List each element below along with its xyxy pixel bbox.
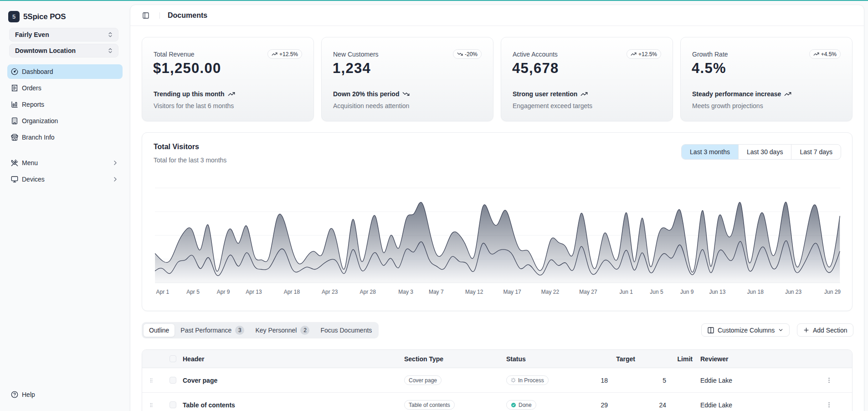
svg-text:May 7: May 7 bbox=[429, 289, 444, 295]
svg-text:Apr 5: Apr 5 bbox=[186, 289, 200, 295]
svg-text:Jun 5: Jun 5 bbox=[650, 289, 663, 295]
svg-text:May 22: May 22 bbox=[541, 289, 560, 295]
svg-text:Apr 9: Apr 9 bbox=[217, 289, 230, 295]
svg-text:May 17: May 17 bbox=[503, 289, 521, 295]
svg-text:Apr 23: Apr 23 bbox=[322, 289, 338, 295]
svg-text:Jun 9: Jun 9 bbox=[680, 289, 694, 295]
svg-text:Apr 1: Apr 1 bbox=[156, 289, 169, 295]
svg-text:Apr 28: Apr 28 bbox=[360, 289, 376, 295]
svg-text:Jun 13: Jun 13 bbox=[709, 289, 725, 295]
svg-text:Jun 18: Jun 18 bbox=[747, 289, 764, 295]
svg-text:Apr 18: Apr 18 bbox=[284, 289, 300, 295]
svg-text:May 12: May 12 bbox=[465, 289, 483, 295]
svg-text:Jun 1: Jun 1 bbox=[620, 289, 633, 295]
svg-text:May 27: May 27 bbox=[579, 289, 597, 295]
svg-text:Jun 29: Jun 29 bbox=[824, 289, 841, 295]
svg-text:May 3: May 3 bbox=[398, 289, 413, 295]
svg-text:Apr 13: Apr 13 bbox=[246, 289, 262, 295]
svg-text:Jun 23: Jun 23 bbox=[785, 289, 801, 295]
